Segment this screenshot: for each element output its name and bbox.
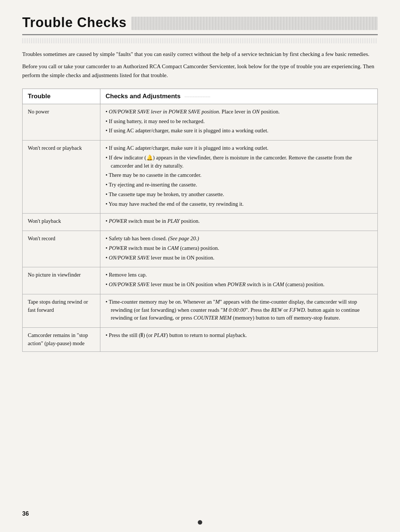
trouble-cell: Won't record or playback <box>23 141 100 214</box>
table-row: Won't record or playbackIf using AC adap… <box>23 141 378 214</box>
table-row: No powerON/POWER SAVE lever in POWER SAV… <box>23 104 378 140</box>
checks-cell: Press the still (Ⅱ) (or PLAY) button to … <box>100 328 378 352</box>
check-item: POWER switch must be in PLAY position. <box>106 217 372 225</box>
check-item: Try ejecting and re-inserting the casset… <box>106 181 372 189</box>
trouble-cell: Tape stops during rewind or fast forward <box>23 294 100 327</box>
check-item: POWER switch must be in CAM (camera) pos… <box>106 244 372 252</box>
trouble-cell: Won't playback <box>23 214 100 231</box>
table-body: No powerON/POWER SAVE lever in POWER SAV… <box>23 104 378 351</box>
table-row: No picture in viewfinderRemove lens cap.… <box>23 267 378 294</box>
intro-paragraph-1: Troubles sometimes are caused by simple … <box>22 50 378 59</box>
check-item: If using AC adapter/charger, make sure i… <box>106 144 372 152</box>
check-item: ON/POWER SAVE lever in POWER SAVE positi… <box>106 108 372 116</box>
table-header-row: Trouble Checks and Adjustments ┈┈┈┈┈┈┈┈┈… <box>23 89 378 104</box>
check-item: The cassette tape may be broken, try ano… <box>106 191 372 199</box>
page-title: Trouble Checks <box>22 15 127 30</box>
title-decoration <box>131 17 378 30</box>
checks-cell: Remove lens cap.ON/POWER SAVE lever must… <box>100 267 378 294</box>
table-row: Tape stops during rewind or fast forward… <box>23 294 378 327</box>
check-item: Time-counter memory may be on. Whenever … <box>106 298 372 322</box>
subtitle-bar <box>22 38 378 43</box>
check-item: If using battery, it may need to be rech… <box>106 118 372 126</box>
check-item: ON/POWER SAVE lever must be in ON positi… <box>106 254 372 262</box>
check-item: If using AC adapter/charger, make sure i… <box>106 127 372 135</box>
col-trouble-header: Trouble <box>23 89 100 104</box>
check-item: Press the still (Ⅱ) (or PLAY) button to … <box>106 331 372 340</box>
check-item: You may have reached the end of the cass… <box>106 200 372 208</box>
check-item: ON/POWER SAVE lever must be in ON positi… <box>106 281 372 289</box>
col-checks-header: Checks and Adjustments ┈┈┈┈┈┈┈┈┈┈ <box>100 89 378 104</box>
intro-text: Troubles sometimes are caused by simple … <box>22 50 378 80</box>
trouble-cell: Won't record <box>23 231 100 267</box>
check-item: Remove lens cap. <box>106 271 372 279</box>
checks-cell: POWER switch must be in PLAY position. <box>100 214 378 231</box>
intro-paragraph-2: Before you call or take your camcorder t… <box>22 62 378 80</box>
checks-cell: ON/POWER SAVE lever in POWER SAVE positi… <box>100 104 378 140</box>
trouble-cell: No picture in viewfinder <box>23 267 100 294</box>
table-row: Camcorder remains in "stop action" (play… <box>23 328 378 352</box>
trouble-cell: Camcorder remains in "stop action" (play… <box>23 328 100 352</box>
checks-cell: Time-counter memory may be on. Whenever … <box>100 294 378 327</box>
trouble-cell: No power <box>23 104 100 140</box>
page-decoration-dot <box>198 520 202 525</box>
page-number: 36 <box>22 510 29 517</box>
table-row: Won't playbackPOWER switch must be in PL… <box>23 214 378 231</box>
checks-cell: If using AC adapter/charger, make sure i… <box>100 141 378 214</box>
trouble-table: Trouble Checks and Adjustments ┈┈┈┈┈┈┈┈┈… <box>22 89 378 352</box>
table-row: Won't recordSafety tab has been closed. … <box>23 231 378 267</box>
check-item: There may be no cassette in the camcorde… <box>106 171 372 179</box>
checks-cell: Safety tab has been closed. (See page 20… <box>100 231 378 267</box>
check-item: If dew indicator (🔔) appears in the view… <box>106 154 372 170</box>
title-bar: Trouble Checks <box>22 15 378 35</box>
check-item: Safety tab has been closed. (See page 20… <box>106 235 372 243</box>
